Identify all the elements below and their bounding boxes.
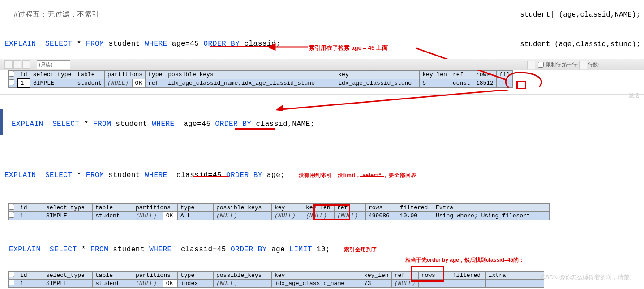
red-underline-1 [210,46,269,47]
result-table-2: id select_type table partitions type pos… [8,203,550,220]
col-key: key [272,272,361,280]
row-checkbox[interactable] [9,212,14,218]
col-partitions: partitions [105,71,146,79]
col-id: id [17,272,43,280]
toolbar-left-icons [4,60,30,69]
limit-label: 限制行 第一行: [546,61,578,68]
col-rows: rows [366,204,397,212]
sql-line-4: EXPLAIN SELECT * FROM student WHERE clas… [0,236,644,255]
col-extra: Extra [433,204,550,212]
col-id: id [17,71,30,79]
checkbox-header[interactable] [9,71,17,79]
col-type: type [146,71,165,79]
checkbox-header[interactable] [9,204,17,212]
toolbar-right-icons: 限制行 第一行: 行数: [527,60,599,69]
col-possible-keys: possible_keys [165,71,335,79]
spin-icon[interactable] [579,61,587,69]
result-toolbar: (只读) 限制行 第一行: 行数: [0,59,644,70]
col-key-len: key_len [361,272,392,280]
annotation-3: 没有用到索引；没limit , select* ，要全部回表 [299,172,417,178]
annotation-4a: 索引全用到了 [344,246,378,253]
rows-label: 行数: [588,61,599,68]
red-underline-3a [193,176,229,177]
svg-marker-4 [275,105,283,111]
result-table-3: id select_type table partitions type pos… [8,271,544,288]
red-underline-3b [360,176,384,177]
index-def-2: student (age,classid,stuno); [520,40,640,48]
col-key-len: key_len [303,204,335,212]
col-filtered: filtered [397,204,433,212]
blue-margin-bar [0,109,3,135]
index-def-1: student| (age,classid,NAME); [520,11,640,19]
col-type: type [178,204,214,212]
toolbar-icon[interactable] [22,60,30,69]
col-id: id [17,204,43,212]
annotation-4b: 相当于先order by age，然后找到classid=45的； [405,256,524,264]
col-table: table [93,272,133,280]
table-row[interactable]: 1 SIMPLE student (NULL) OK index (NULL) … [9,280,544,288]
toolbar-icon[interactable] [527,61,535,69]
col-partitions: partitions [133,204,178,212]
col-table: table [74,71,105,79]
col-key: key [272,204,303,212]
col-select-type: select_type [30,71,74,79]
toolbar-icon[interactable] [13,60,21,69]
col-ref: ref [335,204,366,212]
arrow-1 [269,43,308,52]
col-type: type [178,272,214,280]
col-possible-keys: possible_keys [214,272,272,280]
col-possible-keys: possible_keys [214,204,272,212]
limit-checkbox[interactable] [538,62,544,68]
sql-line-3: EXPLAIN SELECT * FROM student WHERE clas… [0,161,644,181]
col-filtered: filtered [450,272,485,280]
col-select-type: select_type [43,204,93,212]
col-rows: rows [418,272,450,280]
activate-watermark: 激活 [629,92,640,99]
checkbox-header[interactable] [9,272,17,280]
table-row[interactable]: 1 SIMPLE student (NULL) OK ALL (NULL) (N… [9,212,550,220]
col-partitions: partitions [133,272,178,280]
col-table: table [93,204,133,212]
highlight-box-keylen-5 [516,81,526,89]
row-checkbox[interactable] [9,79,14,85]
col-extra: Extra [485,272,544,280]
svg-marker-1 [269,44,275,50]
col-select-type: select_type [43,272,93,280]
col-ref: ref [391,272,418,280]
row-checkbox[interactable] [9,280,14,285]
csdn-watermark: CSDN @你怎么睡得着的啊，清楚、 [541,273,635,281]
col-key: key [335,71,420,79]
arrow-2 [275,90,513,116]
toolbar-icon[interactable] [4,60,13,69]
readonly-dropdown[interactable]: (只读) [37,60,70,69]
svg-line-3 [282,90,508,109]
red-underline-2 [235,128,275,130]
annotation-1: 索引用在了检索 age = 45 上面 [309,44,388,52]
